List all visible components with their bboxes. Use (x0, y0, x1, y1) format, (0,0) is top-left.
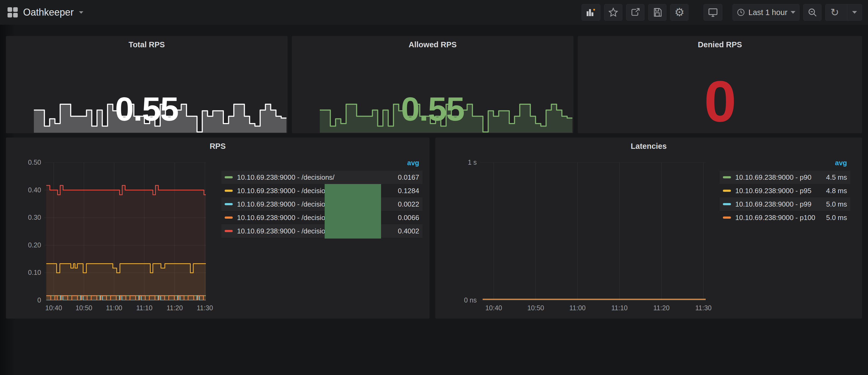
legend-row[interactable]: 10.10.69.238:9000 - p904.5 ms (720, 170, 850, 184)
y-axis-label: 0 (9, 296, 41, 304)
time-range-label: Last 1 hour (748, 8, 787, 17)
legend-color-swatch[interactable] (723, 190, 731, 192)
legend-color-swatch[interactable] (225, 230, 233, 232)
y-axis-label: 1 s (445, 158, 477, 166)
legend-color-swatch[interactable] (225, 217, 233, 219)
cycle-view-button[interactable] (704, 4, 722, 21)
grafana-dashboard: Oathkeeper (0, 0, 868, 375)
legend-row[interactable]: 10.10.69.238:9000 - p954.8 ms (720, 184, 850, 197)
x-axis-label: 10:40 (477, 304, 510, 312)
share-button[interactable] (626, 4, 644, 21)
panel-title[interactable]: Denied RPS (578, 40, 862, 49)
legend-color-swatch[interactable] (723, 176, 731, 178)
legend-series-label[interactable]: 10.10.69.238:9000 - p95 (735, 187, 811, 195)
x-axis-label: 11:20 (645, 304, 678, 312)
clock-icon (737, 8, 745, 17)
legend-avg-value: 0.1284 (398, 187, 419, 195)
legend-series-label[interactable]: 10.10.69.238:9000 - p90 (735, 173, 811, 182)
rps-plot-area[interactable] (44, 162, 206, 300)
latencies-legend: avg 10.10.69.238:9000 - p904.5 ms10.10.6… (720, 170, 850, 224)
legend-series-label[interactable]: 10.10.69.238:9000 - p100 (735, 214, 815, 222)
x-axis-label: 11:20 (159, 304, 191, 312)
legend-series-label[interactable]: 10.10.69.238:9000 - /decisions/ (237, 227, 335, 235)
refresh-icon: ↻ (830, 7, 839, 18)
legend-series-label[interactable]: 10.10.69.238:9000 - /decisions/ (237, 187, 335, 195)
panel-latencies: Latencies 1 s0 ns10:4010:5011:0011:1011:… (435, 137, 862, 319)
green-overlay (324, 184, 381, 239)
save-icon (652, 7, 662, 18)
panel-total-rps: Total RPS 0.55 (6, 36, 287, 133)
chevron-down-icon[interactable] (79, 11, 83, 14)
legend-avg-value: 5.0 ms (826, 200, 847, 209)
latencies-plot-area[interactable] (480, 162, 706, 300)
legend-avg-value: 5.0 ms (826, 214, 847, 222)
x-axis-label: 10:50 (520, 304, 552, 312)
legend-color-swatch[interactable] (225, 203, 233, 205)
panel-rps: RPS 0.500.400.300.200.10010:4010:5011:00… (6, 137, 429, 319)
time-range-picker[interactable]: Last 1 hour (733, 4, 800, 21)
legend-series-label[interactable]: 10.10.69.238:9000 - /decisions/ (237, 214, 335, 222)
rps-legend: avg 10.10.69.238:9000 - /decisions/0.016… (221, 170, 423, 238)
y-axis-label: 0.40 (9, 186, 41, 194)
panel-title[interactable]: Total RPS (6, 40, 287, 49)
legend-row[interactable]: 10.10.69.238:9000 - /decisions/0.0167 (221, 170, 423, 184)
legend-series-label[interactable]: 10.10.69.238:9000 - /decisions/ (237, 173, 335, 182)
legend-series-label[interactable]: 10.10.69.238:9000 - /decisions/ (237, 200, 335, 209)
refresh-button-group: ↻ (825, 4, 862, 21)
panel-title[interactable]: Allowed RPS (292, 40, 574, 49)
legend-row[interactable]: 10.10.69.238:9000 - /decisions/0.1284 (221, 184, 423, 197)
legend-avg-value: 0.4002 (398, 227, 419, 235)
refresh-button[interactable]: ↻ (826, 4, 844, 21)
legend-row[interactable]: 10.10.69.238:9000 - /decisions/0.0066 (221, 211, 423, 224)
legend-row[interactable]: 10.10.69.238:9000 - p1005.0 ms (720, 211, 850, 224)
star-button[interactable] (604, 4, 622, 21)
legend-series-label[interactable]: 10.10.69.238:9000 - p99 (735, 200, 811, 209)
stat-value-denied: 0 (578, 68, 862, 135)
star-icon (608, 7, 618, 18)
add-panel-icon (586, 7, 596, 18)
x-axis-label: 11:30 (687, 304, 720, 312)
legend-color-swatch[interactable] (225, 176, 233, 178)
legend-color-swatch[interactable] (723, 203, 731, 205)
legend-avg-value: 4.5 ms (826, 173, 847, 182)
y-axis-label: 0.30 (9, 214, 41, 221)
add-panel-button[interactable] (582, 4, 600, 21)
y-axis-label: 0.50 (9, 158, 41, 166)
navbar: Oathkeeper (0, 0, 868, 25)
refresh-interval-dropdown[interactable] (847, 4, 862, 21)
monitor-icon (708, 7, 718, 18)
panel-allowed-rps: Allowed RPS 0.55 (292, 36, 574, 133)
panel-title[interactable]: Latencies (435, 142, 862, 151)
gear-icon: ⚙ (674, 7, 684, 18)
legend-row[interactable]: 10.10.69.238:9000 - p995.0 ms (720, 197, 850, 211)
total-rps-sparkline (34, 96, 286, 133)
allowed-rps-sparkline (320, 96, 572, 133)
zoom-out-icon (807, 7, 817, 18)
settings-button[interactable]: ⚙ (670, 4, 688, 21)
legend-header-avg[interactable]: avg (407, 159, 419, 167)
dashboard-title-dropdown[interactable]: Oathkeeper (23, 7, 74, 18)
x-axis-label: 10:40 (38, 304, 70, 312)
x-axis-label: 11:30 (189, 304, 221, 312)
y-axis-label: 0.10 (9, 269, 41, 276)
chevron-down-icon (852, 11, 857, 14)
x-axis-label: 10:50 (68, 304, 100, 312)
legend-row[interactable]: 10.10.69.238:9000 - /decisions/0.0022 (221, 197, 423, 211)
y-axis-label: 0 ns (445, 296, 477, 304)
legend-header-avg[interactable]: avg (835, 159, 847, 167)
panel-denied-rps: Denied RPS 0 (578, 36, 862, 133)
zoom-out-button[interactable] (803, 4, 822, 21)
legend-avg-value: 0.0022 (398, 200, 419, 209)
panel-title[interactable]: RPS (6, 142, 429, 151)
x-axis-label: 11:10 (128, 304, 160, 312)
save-button[interactable] (648, 4, 666, 21)
legend-row[interactable]: 10.10.69.238:9000 - /decisions/0.4002 (221, 224, 423, 238)
dashboards-grid-icon[interactable] (7, 7, 18, 18)
legend-color-swatch[interactable] (225, 190, 233, 192)
y-axis-label: 0.20 (9, 241, 41, 249)
x-axis-label: 11:10 (603, 304, 636, 312)
legend-avg-value: 4.8 ms (826, 187, 847, 195)
legend-color-swatch[interactable] (723, 217, 731, 219)
legend-avg-value: 0.0066 (398, 214, 419, 222)
chevron-down-icon (790, 11, 796, 14)
